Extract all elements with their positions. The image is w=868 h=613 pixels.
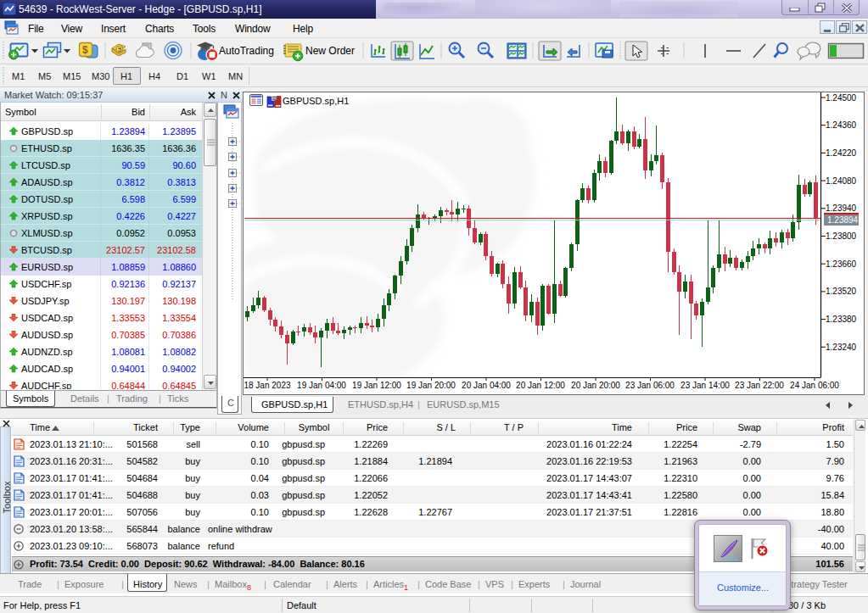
svg-text:AutoTrading: AutoTrading <box>219 45 274 57</box>
svg-text:New Order: New Order <box>305 45 355 57</box>
svg-text:$: $ <box>82 44 88 56</box>
svg-text:5: 5 <box>118 46 122 53</box>
